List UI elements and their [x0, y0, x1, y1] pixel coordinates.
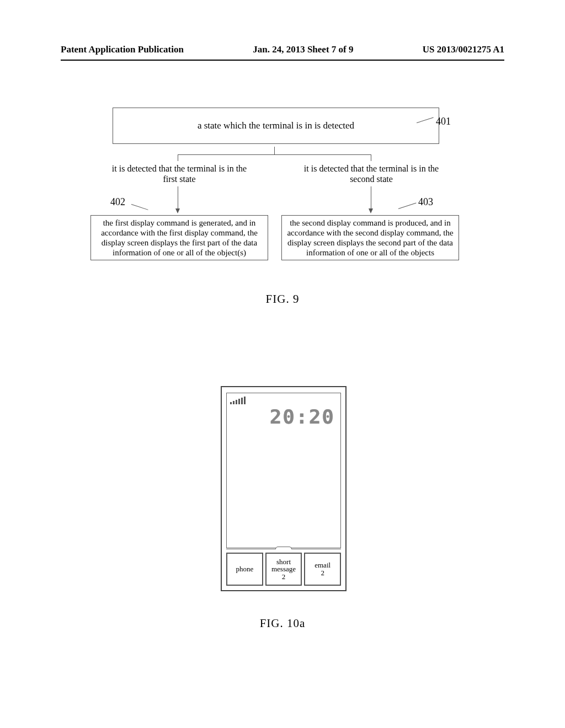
header-rule: [61, 60, 504, 61]
header-right: US 2013/0021275 A1: [423, 44, 504, 55]
connector-line: [371, 154, 371, 161]
header-left: Patent Application Publication: [61, 44, 184, 55]
figure-label-10a: FIG. 10a: [0, 617, 565, 630]
dock-item-short-message[interactable]: short message 2: [265, 553, 302, 586]
flowchart-fig9: a state which the terminal is in is dete…: [99, 108, 452, 144]
connector-line: [178, 186, 178, 210]
figure-label-9: FIG. 9: [0, 292, 565, 306]
leader-line-402: [131, 204, 148, 210]
ref-num-402: 402: [110, 196, 125, 208]
connector-line: [274, 147, 275, 154]
flow-box-403-text: the second display command is produced, …: [287, 218, 453, 257]
dock-item-email[interactable]: email 2: [304, 553, 341, 586]
connector-line: [178, 154, 371, 155]
dock-label: email: [315, 561, 331, 569]
phone-screen: 20:20: [226, 393, 341, 548]
flow-box-401-text: a state which the terminal is in is dete…: [198, 120, 354, 131]
leader-line-403: [398, 203, 417, 209]
dock-label: phone: [236, 565, 253, 573]
dock-item-phone[interactable]: phone: [226, 553, 263, 586]
header-center: Jan. 24, 2013 Sheet 7 of 9: [253, 44, 353, 55]
dock-count: 2: [321, 569, 324, 577]
branch-label-left: it is detected that the terminal is in t…: [105, 163, 254, 184]
drawer-handle-icon: [275, 547, 292, 549]
ref-num-401: 401: [436, 116, 451, 127]
clock-display: 20:20: [270, 405, 335, 428]
branch-label-right: it is detected that the terminal is in t…: [297, 163, 446, 184]
app-dock: phone short message 2 email 2: [226, 553, 341, 586]
page-header: Patent Application Publication Jan. 24, …: [61, 44, 504, 55]
dock-count: 2: [282, 573, 286, 581]
arrowhead-icon: [369, 208, 373, 213]
flow-box-402: the first display command is generated, …: [90, 215, 268, 260]
flow-box-403: the second display command is produced, …: [281, 215, 459, 260]
connector-line: [178, 154, 178, 161]
dock-label: short message: [266, 558, 301, 573]
connector-line: [371, 186, 371, 210]
signal-icon: [230, 397, 246, 404]
arrowhead-icon: [175, 208, 180, 213]
phone-frame: 20:20 phone short message 2 email 2: [221, 386, 347, 591]
flow-box-401: a state which the terminal is in is dete…: [113, 108, 439, 144]
ref-num-403: 403: [418, 196, 433, 208]
flow-box-402-text: the first display command is generated, …: [101, 218, 258, 257]
